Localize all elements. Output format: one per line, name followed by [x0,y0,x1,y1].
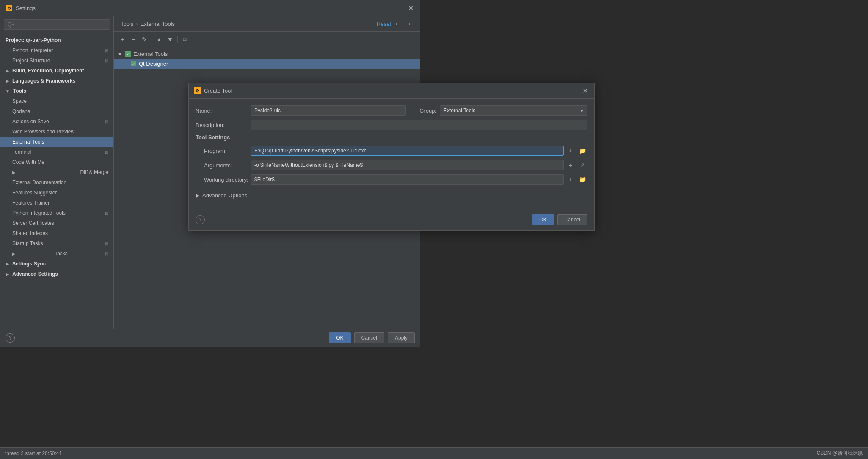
sidebar-item-python-integrated-tools[interactable]: Python Integrated Tools ⊞ [0,208,113,218]
sidebar-item-web-browsers[interactable]: Web Browsers and Preview [0,127,113,137]
sidebar-item-features-suggester[interactable]: Features Suggester [0,188,113,198]
sidebar-item-server-certificates[interactable]: Server Certificates [0,218,113,228]
program-row: Program: + 📁 [196,146,587,156]
program-input[interactable] [251,146,564,156]
group-label: External Tools [133,51,168,57]
breadcrumb-root[interactable]: Tools [121,21,133,27]
working-dir-input[interactable] [251,174,564,185]
working-dir-browse-button[interactable]: 📁 [577,174,587,185]
sidebar-item-diff-merge[interactable]: ▶ Diff & Merge [0,167,113,177]
copy-tool-button[interactable]: ⧉ [180,34,190,44]
working-dir-add-macro-button[interactable]: + [565,174,576,185]
statusbar-right: CSDN @请叫我咪腮 [816,450,863,457]
working-dir-row: Working directory: + 📁 [196,174,587,185]
edit-tool-button[interactable]: ✎ [139,34,149,44]
sidebar-item-startup-tasks[interactable]: Startup Tasks ⊞ [0,238,113,249]
sidebar-item-advanced-settings[interactable]: ▶ Advanced Settings [0,269,113,279]
add-tool-button[interactable]: + [117,34,127,44]
item-checkbox[interactable]: ✓ [131,61,136,66]
tool-settings-section: Tool Settings [196,134,587,141]
dialog-close-button[interactable]: ✕ [581,86,589,95]
description-input[interactable] [251,120,587,130]
name-input[interactable] [251,105,406,116]
settings-title-text: Settings [16,5,36,11]
sidebar-item-build[interactable]: ▶ Build, Execution, Deployment [0,66,113,76]
arguments-expand-button[interactable]: ⤢ [577,160,587,170]
sidebar-item-python-interpreter[interactable]: Python Interpreter ⊞ [0,45,113,55]
settings-titlebar: ⚙ Settings ✕ [0,0,420,16]
diff-label: Diff & Merge [80,169,108,175]
sidebar-item-shared-indexes[interactable]: Shared Indexes [0,228,113,238]
cancel-button[interactable]: Cancel [354,332,384,343]
group-select-wrapper: External Tools ▼ [440,105,587,116]
sidebar-item-code-with-me[interactable]: Code With Me [0,157,113,167]
move-down-button[interactable]: ▼ [165,34,175,44]
sidebar-item-space[interactable]: Space [0,96,113,106]
content-nav: Reset ← → [377,20,413,27]
reset-button[interactable]: Reset [377,21,391,27]
tasks-chevron: ▶ [12,252,16,256]
search-input[interactable] [4,19,110,30]
settings-title: ⚙ Settings [6,5,36,11]
arguments-label: Arguments: [196,162,251,169]
dialog-title-text: Create Tool [204,88,232,94]
sidebar-section-tools[interactable]: ▼ Tools [0,86,113,96]
remove-tool-button[interactable]: − [128,34,138,44]
terminal-icon: ⊞ [105,150,108,155]
move-up-button[interactable]: ▲ [154,34,164,44]
project-section-header[interactable]: Project: qt-uart-Python [0,35,113,45]
working-dir-label: Working directory: [196,177,251,183]
startup-tasks-label: Startup Tasks [12,241,43,246]
dialog-ok-button[interactable]: OK [532,214,554,225]
group-label: Group: [406,108,440,114]
back-button[interactable]: ← [393,20,402,27]
description-row: Description: [196,120,587,130]
sidebar-item-qodana[interactable]: Qodana [0,106,113,116]
terminal-label: Terminal [12,149,31,155]
dialog-title-container: ⚙ Create Tool [194,87,232,94]
sidebar-item-tasks[interactable]: ▶ Tasks ⊞ [0,249,113,259]
footer-buttons: OK Cancel Apply [329,332,415,343]
apply-button[interactable]: Apply [388,332,415,343]
settings-icon: ⚙ [6,5,12,11]
item-label: Qt Designer [139,61,168,67]
py-tools-label: Python Integrated Tools [12,210,66,216]
group-expand-icon: ▼ [117,51,123,57]
settings-close-button[interactable]: ✕ [406,4,415,12]
python-interpreter-icon: ⊞ [105,48,108,53]
sidebar-item-terminal[interactable]: Terminal ⊞ [0,147,113,157]
sidebar-item-features-trainer[interactable]: Features Trainer [0,198,113,208]
advanced-chevron: ▶ [6,272,9,277]
python-interpreter-label: Python Interpreter [12,47,53,53]
project-structure-icon: ⊞ [105,58,108,63]
content-header: Tools › External Tools Reset ← → [114,16,420,32]
ok-button[interactable]: OK [329,332,350,343]
sidebar-item-languages[interactable]: ▶ Languages & Frameworks [0,76,113,86]
advanced-options-toggle[interactable]: ▶ Advanced Options [196,189,587,202]
breadcrumb: Tools › External Tools [121,21,175,27]
forward-button[interactable]: → [404,20,413,27]
advanced-options-chevron: ▶ [196,192,200,199]
sidebar-item-external-docs[interactable]: External Documentation [0,177,113,188]
sidebar-item-actions-on-save[interactable]: Actions on Save ⊞ [0,116,113,127]
arguments-add-macro-button[interactable]: + [565,160,576,170]
sidebar-item-project-structure[interactable]: Project Structure ⊞ [0,55,113,66]
program-add-macro-button[interactable]: + [565,146,576,156]
name-label: Name: [196,108,251,114]
group-select[interactable]: External Tools [440,105,587,116]
tasks-icon: ⊞ [105,252,108,256]
arguments-input[interactable] [251,160,564,170]
trainer-label: Features Trainer [12,200,50,206]
sidebar-item-external-tools[interactable]: External Tools [0,137,113,147]
dialog-footer: ? OK Cancel [189,209,594,230]
tree-item-qt-designer[interactable]: ✓ Qt Designer [114,59,420,69]
dialog-cancel-button[interactable]: Cancel [557,214,587,225]
tools-label: Tools [13,88,26,94]
dialog-help-button[interactable]: ? [196,215,205,224]
program-browse-button[interactable]: 📁 [577,146,587,156]
sidebar-search-container [0,16,113,33]
group-checkbox[interactable]: ✓ [125,51,131,57]
help-button[interactable]: ? [6,333,15,343]
tree-group-external-tools[interactable]: ▼ ✓ External Tools [114,49,420,59]
sidebar-item-settings-sync[interactable]: ▶ Settings Sync [0,259,113,269]
